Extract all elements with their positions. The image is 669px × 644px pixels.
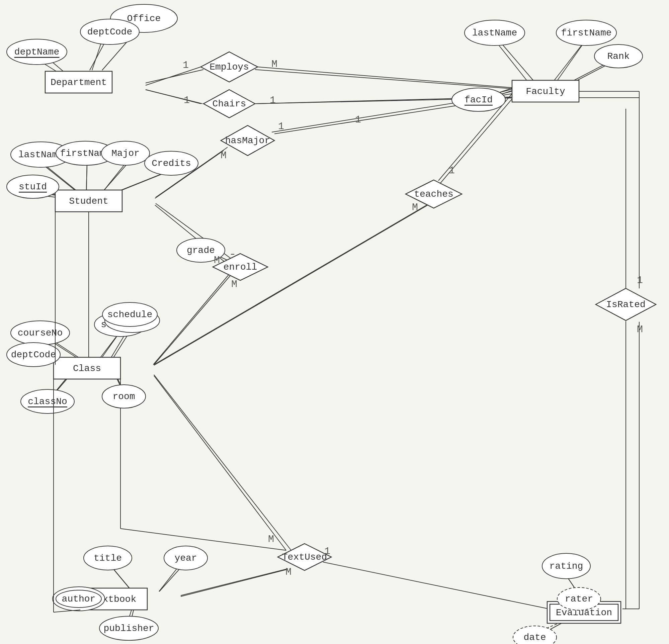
svg-line-58 bbox=[103, 163, 126, 191]
cardinality-textused-m-textbook: M bbox=[285, 567, 291, 578]
svg-text:teaches: teaches bbox=[414, 189, 454, 199]
svg-line-64 bbox=[153, 274, 230, 364]
cardinality-textused-1: 1 bbox=[324, 546, 330, 557]
svg-line-73 bbox=[154, 376, 286, 550]
attr-faculty-lastname-label: lastName bbox=[472, 28, 517, 38]
cardinality-teaches-m: M bbox=[412, 202, 418, 213]
cardinality-teaches-1: 1 bbox=[449, 165, 455, 176]
svg-line-7 bbox=[499, 40, 536, 83]
svg-text:Employs: Employs bbox=[210, 62, 249, 72]
attr-room-label: room bbox=[112, 391, 135, 402]
attr-date-label: date bbox=[523, 632, 546, 643]
attr-schedule-label: schedule bbox=[108, 310, 152, 320]
cardinality-hasmajor-1-top: 1 bbox=[355, 114, 361, 126]
svg-text:TextUsed: TextUsed bbox=[282, 552, 327, 562]
attr-rating-label: rating bbox=[550, 561, 583, 571]
attr-year-label: year bbox=[174, 553, 197, 563]
attr-title-label: title bbox=[94, 553, 122, 563]
entity-student-label: Student bbox=[69, 196, 109, 206]
attr-courseno-label: courseNo bbox=[18, 328, 62, 338]
svg-line-50 bbox=[552, 41, 585, 83]
svg-text:hasMajor: hasMajor bbox=[225, 135, 270, 146]
svg-text:enroll: enroll bbox=[224, 262, 257, 272]
attr-publisher-label: publisher bbox=[103, 623, 154, 634]
svg-line-22 bbox=[154, 271, 234, 364]
svg-line-86 bbox=[323, 562, 549, 609]
svg-text:Chairs: Chairs bbox=[213, 99, 246, 109]
svg-line-3 bbox=[146, 67, 201, 85]
attr-facid-label: facId bbox=[465, 95, 493, 105]
attr-rater-label: rater bbox=[565, 594, 593, 604]
svg-line-74 bbox=[181, 569, 287, 597]
attr-classno-label: classNo bbox=[28, 397, 67, 407]
cardinality-israted-1: 1 bbox=[637, 275, 643, 286]
attr-office-label: Office bbox=[127, 13, 161, 24]
entity-class-label: Class bbox=[73, 363, 101, 374]
svg-line-57 bbox=[86, 164, 87, 191]
svg-line-32 bbox=[181, 569, 288, 596]
attr-stuid-label: stuId bbox=[19, 182, 47, 192]
svg-text:IsRated: IsRated bbox=[606, 299, 645, 310]
cardinality-chairs-1-fac: 1 bbox=[270, 95, 276, 106]
svg-line-4 bbox=[258, 67, 512, 88]
cardinality-textused-m-class: M bbox=[268, 534, 274, 545]
attr-class-deptcode-label: deptCode bbox=[11, 349, 56, 360]
cardinality-employs-m: M bbox=[271, 59, 277, 70]
attr-deptname-label: deptName bbox=[14, 47, 59, 57]
cardinality-israted-m: M bbox=[637, 324, 643, 335]
cardinality-hasmajor-1: 1 bbox=[278, 121, 284, 132]
entity-department-label: Department bbox=[51, 77, 107, 88]
svg-line-24 bbox=[154, 204, 428, 364]
cardinality-enroll-m-student: M bbox=[214, 255, 220, 266]
cardinality-enroll-m-class: M bbox=[231, 279, 237, 290]
attr-rank-label: Rank bbox=[607, 51, 629, 61]
entity-faculty-label: Faculty bbox=[526, 86, 565, 97]
svg-line-49 bbox=[495, 41, 529, 83]
svg-line-31 bbox=[154, 375, 291, 550]
attr-credits-label: Credits bbox=[152, 158, 191, 169]
cardinality-employs-1: 1 bbox=[183, 59, 189, 71]
svg-line-45 bbox=[146, 70, 203, 83]
attr-author-label: author bbox=[62, 594, 96, 604]
cardinality-chairs-1-dept: 1 bbox=[184, 95, 190, 106]
svg-line-66 bbox=[154, 205, 428, 365]
attr-faculty-firstname-label: firstName bbox=[561, 28, 611, 38]
svg-line-47 bbox=[146, 90, 202, 104]
svg-line-46 bbox=[255, 70, 512, 89]
attr-grade-label: grade bbox=[187, 245, 215, 256]
cardinality-hasmajor-m: M bbox=[220, 150, 227, 161]
attr-major-label: Major bbox=[112, 148, 140, 159]
attr-deptcode-label: deptCode bbox=[87, 27, 132, 37]
svg-line-88 bbox=[120, 529, 286, 550]
